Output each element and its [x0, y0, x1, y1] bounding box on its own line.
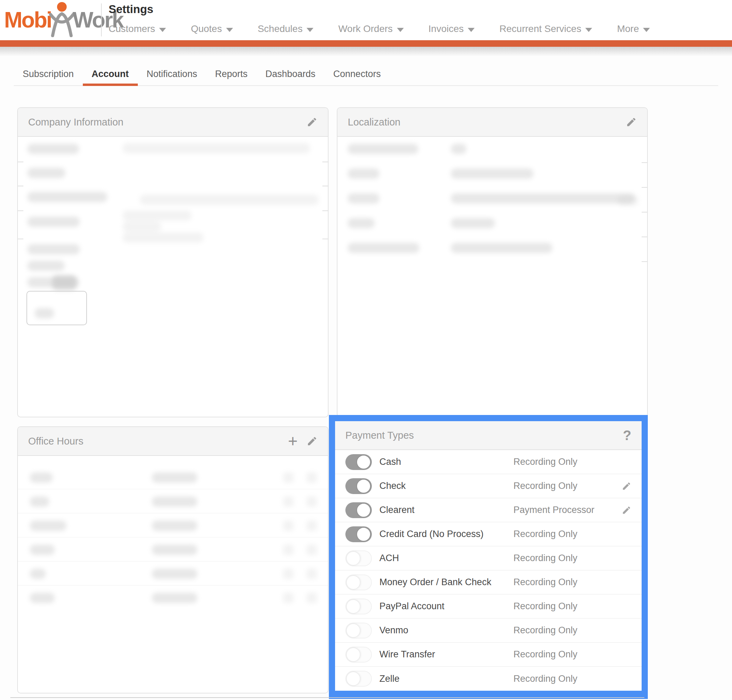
company-information-panel: Company Information — [17, 107, 329, 418]
redacted-field-label — [348, 218, 375, 228]
toggle-knob — [356, 455, 371, 469]
nav-item-invoices[interactable]: Invoices — [428, 24, 475, 34]
redacted-time — [152, 593, 197, 603]
payment-toggle[interactable] — [345, 502, 372, 518]
payment-toggle[interactable] — [345, 599, 372, 615]
redacted-time — [152, 497, 197, 507]
tab-dashboards[interactable]: Dashboards — [257, 63, 324, 85]
redacted-field-value — [140, 195, 318, 205]
redacted-field-label — [348, 168, 379, 179]
nav-item-customers[interactable]: Customers — [109, 24, 166, 34]
payment-toggle[interactable] — [345, 550, 372, 566]
plus-icon[interactable]: + — [288, 434, 298, 448]
office-hours-panel: Office Hours + — [17, 426, 329, 693]
logo-text-mobi: Mobi — [4, 9, 51, 31]
header-divider — [101, 3, 102, 37]
payment-row: VenmoRecording Only — [335, 619, 642, 643]
tab-connectors[interactable]: Connectors — [324, 63, 390, 85]
payment-name: Wire Transfer — [379, 649, 513, 660]
redacted-field-label — [348, 144, 418, 154]
payment-name: Check — [379, 481, 513, 491]
highlight-box: Payment Types ? CashRecording OnlyCheckR… — [329, 415, 648, 699]
payment-status: Recording Only — [513, 625, 631, 636]
payment-toggle[interactable] — [345, 478, 372, 494]
toggle-knob — [346, 575, 361, 590]
nav-item-label: Work Orders — [338, 24, 392, 34]
redacted-day — [30, 521, 66, 531]
payment-status: Recording Only — [513, 553, 631, 563]
panel-title: Payment Types — [345, 430, 623, 441]
payment-toggle[interactable] — [345, 623, 372, 638]
payment-toggle[interactable] — [345, 671, 372, 687]
payment-status: Recording Only — [513, 529, 631, 540]
redacted-day — [30, 472, 53, 483]
nav-item-more[interactable]: More — [617, 24, 650, 34]
payment-row: ZelleRecording Only — [335, 667, 642, 691]
redacted-action-icon — [283, 545, 293, 555]
edit-icon[interactable] — [622, 481, 631, 491]
payment-toggle[interactable] — [345, 526, 372, 542]
nav-item-label: Schedules — [258, 24, 303, 34]
redacted-field-value — [451, 144, 466, 154]
payment-name: PayPal Account — [379, 601, 513, 612]
redacted-field-value — [451, 193, 635, 203]
tab-reports[interactable]: Reports — [206, 63, 257, 85]
redacted-day — [30, 545, 55, 555]
payment-status: Recording Only — [513, 601, 631, 612]
office-hours-header: Office Hours + — [18, 427, 328, 456]
company-information-header: Company Information — [18, 108, 328, 137]
accent-bar — [0, 40, 732, 47]
nav-item-schedules[interactable]: Schedules — [258, 24, 314, 34]
redacted-action-icon — [283, 472, 293, 483]
edit-icon[interactable] — [307, 116, 318, 128]
toggle-knob — [346, 551, 361, 566]
accent-bar-shadow — [0, 47, 732, 56]
payment-name: Venmo — [379, 625, 513, 636]
redacted-action-icon — [307, 569, 317, 579]
nav-item-work-orders[interactable]: Work Orders — [338, 24, 403, 34]
toggle-knob — [346, 672, 361, 686]
redacted-field-label — [28, 260, 65, 271]
chevron-down-icon — [226, 28, 233, 32]
redacted-field-label — [28, 144, 79, 154]
page-title: Settings — [109, 3, 153, 16]
payment-toggle[interactable] — [345, 647, 372, 663]
chevron-down-icon — [397, 28, 404, 32]
edit-icon[interactable] — [622, 505, 631, 515]
payment-toggle[interactable] — [345, 454, 372, 470]
redacted-field-value — [451, 168, 533, 179]
help-icon[interactable]: ? — [623, 428, 631, 443]
payment-row: CheckRecording Only — [335, 474, 642, 498]
redacted-field-value — [618, 195, 638, 206]
chevron-down-icon — [643, 28, 650, 32]
payment-name: ACH — [379, 553, 513, 563]
redacted-field-label — [348, 243, 419, 253]
payment-types-list: CashRecording OnlyCheckRecording OnlyCle… — [335, 450, 642, 691]
tab-subscription[interactable]: Subscription — [14, 63, 83, 85]
toggle-knob — [346, 624, 361, 638]
panel-title: Office Hours — [28, 435, 288, 447]
tab-notifications[interactable]: Notifications — [138, 63, 206, 85]
redacted-action-icon — [307, 545, 317, 555]
edit-icon[interactable] — [626, 116, 637, 128]
nav-item-recurrent-services[interactable]: Recurrent Services — [499, 24, 592, 34]
payment-row: Credit Card (No Process)Recording Only — [335, 522, 642, 546]
mobiwork-logo[interactable]: Mobi Work — [4, 1, 123, 38]
payment-types-panel: Payment Types ? CashRecording OnlyCheckR… — [335, 421, 642, 691]
redacted-action-icon — [283, 521, 293, 531]
payment-status: Recording Only — [513, 674, 631, 684]
redacted-field-value — [123, 221, 161, 232]
redacted-field-value — [123, 232, 204, 243]
edit-icon[interactable] — [307, 435, 318, 447]
redacted-action-icon — [283, 497, 293, 507]
nav-item-label: More — [617, 24, 639, 34]
payment-toggle[interactable] — [345, 575, 372, 590]
redacted-time — [152, 521, 197, 531]
chevron-down-icon — [585, 28, 592, 32]
redacted-day — [30, 569, 46, 579]
redacted-action-icon — [307, 472, 317, 483]
nav-item-quotes[interactable]: Quotes — [191, 24, 233, 34]
tab-account[interactable]: Account — [83, 63, 138, 85]
payment-name: Cash — [379, 457, 513, 467]
payment-status: Recording Only — [513, 649, 631, 660]
